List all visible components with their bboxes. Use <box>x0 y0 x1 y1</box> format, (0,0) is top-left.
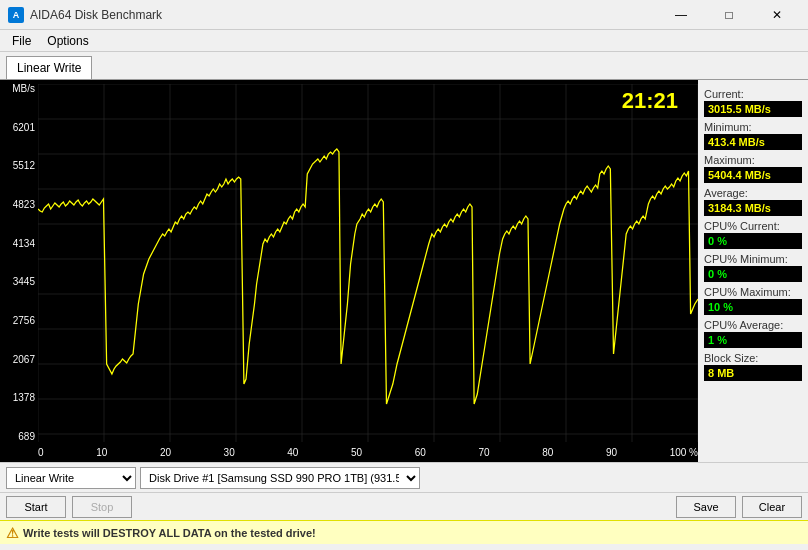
y-label-689: 689 <box>18 432 35 442</box>
y-label-mbs: MB/s <box>12 84 35 94</box>
save-button[interactable]: Save <box>676 496 736 518</box>
maximum-label: Maximum: <box>704 154 802 166</box>
menu-options[interactable]: Options <box>39 32 96 50</box>
x-label-70: 70 <box>478 447 489 458</box>
x-label-10: 10 <box>96 447 107 458</box>
cpu-minimum-label: CPU% Minimum: <box>704 253 802 265</box>
y-label-2756: 2756 <box>13 316 35 326</box>
minimize-button[interactable]: — <box>658 0 704 30</box>
minimum-label: Minimum: <box>704 121 802 133</box>
app-icon: A <box>8 7 24 23</box>
warning-icon: ⚠ <box>6 525 19 541</box>
current-label: Current: <box>704 88 802 100</box>
x-label-80: 80 <box>542 447 553 458</box>
average-label: Average: <box>704 187 802 199</box>
x-label-20: 20 <box>160 447 171 458</box>
chart-svg <box>38 84 698 442</box>
cpu-average-value: 1 % <box>704 332 802 348</box>
x-label-40: 40 <box>287 447 298 458</box>
warning-text: Write tests will DESTROY ALL DATA on the… <box>23 527 316 539</box>
tab-linear-write[interactable]: Linear Write <box>6 56 92 79</box>
clear-button[interactable]: Clear <box>742 496 802 518</box>
x-label-30: 30 <box>224 447 235 458</box>
maximize-button[interactable]: □ <box>706 0 752 30</box>
start-button[interactable]: Start <box>6 496 66 518</box>
maximum-value: 5404.4 MB/s <box>704 167 802 183</box>
window-controls: — □ ✕ <box>658 0 800 30</box>
x-axis-labels: 0 10 20 30 40 50 60 70 80 90 100 % <box>38 442 698 462</box>
blocksize-label: Block Size: <box>704 352 802 364</box>
y-label-4823: 4823 <box>13 200 35 210</box>
cpu-current-value: 0 % <box>704 233 802 249</box>
average-value: 3184.3 MB/s <box>704 200 802 216</box>
cpu-maximum-value: 10 % <box>704 299 802 315</box>
cpu-average-label: CPU% Average: <box>704 319 802 331</box>
main-area: MB/s 6201 5512 4823 4134 3445 2756 2067 … <box>0 80 808 462</box>
title-bar: A AIDA64 Disk Benchmark — □ ✕ <box>0 0 808 30</box>
y-label-1378: 1378 <box>13 393 35 403</box>
disk-dropdown[interactable]: Disk Drive #1 [Samsung SSD 990 PRO 1TB] … <box>140 467 420 489</box>
x-label-90: 90 <box>606 447 617 458</box>
bottom-controls: Linear Write Disk Drive #1 [Samsung SSD … <box>0 462 808 492</box>
minimum-value: 413.4 MB/s <box>704 134 802 150</box>
y-label-2067: 2067 <box>13 355 35 365</box>
x-label-100: 100 % <box>670 447 698 458</box>
close-button[interactable]: ✕ <box>754 0 800 30</box>
stats-sidebar: Current: 3015.5 MB/s Minimum: 413.4 MB/s… <box>698 80 808 462</box>
menu-bar: File Options <box>0 30 808 52</box>
y-label-3445: 3445 <box>13 277 35 287</box>
x-label-60: 60 <box>415 447 426 458</box>
time-display: 21:21 <box>622 88 678 114</box>
blocksize-value: 8 MB <box>704 365 802 381</box>
menu-file[interactable]: File <box>4 32 39 50</box>
y-label-6201: 6201 <box>13 123 35 133</box>
x-label-50: 50 <box>351 447 362 458</box>
button-bar: Start Stop Save Clear <box>0 492 808 520</box>
cpu-minimum-value: 0 % <box>704 266 802 282</box>
x-label-0: 0 <box>38 447 44 458</box>
y-axis-labels: MB/s 6201 5512 4823 4134 3445 2756 2067 … <box>0 84 38 442</box>
stop-button[interactable]: Stop <box>72 496 132 518</box>
y-label-5512: 5512 <box>13 161 35 171</box>
current-value: 3015.5 MB/s <box>704 101 802 117</box>
window-title: AIDA64 Disk Benchmark <box>30 8 162 22</box>
y-label-4134: 4134 <box>13 239 35 249</box>
cpu-maximum-label: CPU% Maximum: <box>704 286 802 298</box>
tab-bar: Linear Write <box>0 52 808 80</box>
chart-area: MB/s 6201 5512 4823 4134 3445 2756 2067 … <box>0 80 698 462</box>
warning-bar: ⚠ Write tests will DESTROY ALL DATA on t… <box>0 520 808 544</box>
cpu-current-label: CPU% Current: <box>704 220 802 232</box>
test-type-dropdown[interactable]: Linear Write <box>6 467 136 489</box>
